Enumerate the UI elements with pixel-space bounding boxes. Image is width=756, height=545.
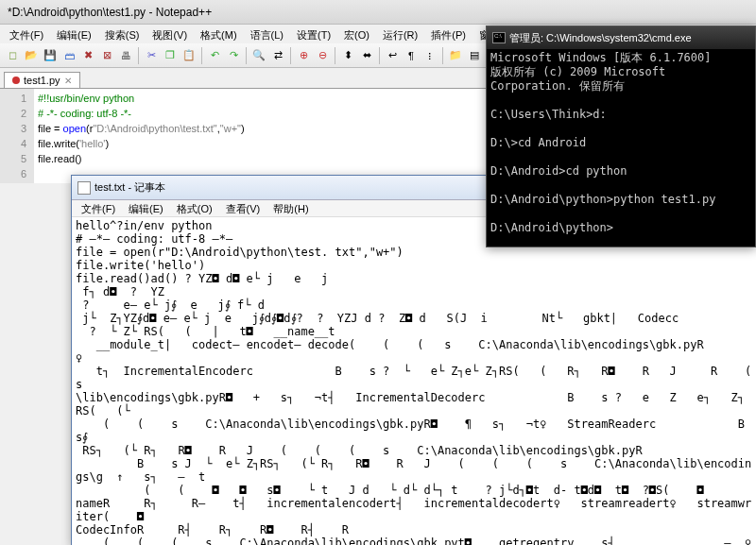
notepad-title: test.txt - 记事本 [94, 180, 165, 195]
lineno: 3 [0, 121, 26, 136]
tab-close-icon[interactable]: ✕ [64, 76, 72, 86]
np-menu-edit[interactable]: 编辑(E) [123, 201, 169, 215]
lineno: 4 [0, 136, 26, 151]
menu-macro[interactable]: 宏(O) [338, 26, 375, 42]
cmd-content[interactable]: Microsoft Windows [版本 6.1.7600] 版权所有 (c)… [487, 49, 755, 237]
code-seg: file = [38, 123, 63, 134]
code-line: # -*- coding: utf-8 -*- [38, 108, 131, 119]
menu-language[interactable]: 语言(L) [245, 26, 289, 42]
code-seg: ) [105, 138, 109, 149]
tab-label: test1.py [24, 75, 60, 86]
np-menu-help[interactable]: 帮助(H) [267, 201, 314, 215]
code-line: file.read() [38, 153, 81, 164]
cmd-title: 管理员: C:\Windows\system32\cmd.exe [509, 31, 692, 45]
indent-guide-icon[interactable]: ⫶ [421, 47, 438, 64]
menu-format[interactable]: 格式(M) [195, 26, 243, 42]
np-menu-view[interactable]: 查看(V) [220, 201, 266, 215]
line-gutter: 1 2 3 4 5 6 [0, 89, 34, 183]
undo-icon[interactable]: ↶ [206, 47, 223, 64]
np-menu-file[interactable]: 文件(F) [76, 201, 121, 215]
save-all-icon[interactable]: 🗃 [60, 47, 77, 64]
folder-icon[interactable]: 📁 [447, 47, 464, 64]
cmd-window: 管理员: C:\Windows\system32\cmd.exe Microso… [486, 26, 756, 247]
replace-icon[interactable]: ⇄ [269, 47, 286, 64]
separator [246, 47, 247, 64]
zoom-in-icon[interactable]: ⊕ [295, 47, 312, 64]
new-icon[interactable]: ◻ [4, 47, 21, 64]
lineno: 6 [0, 166, 26, 181]
code-seg: open [63, 123, 86, 134]
lineno: 1 [0, 91, 26, 106]
menu-settings[interactable]: 设置(T) [291, 26, 336, 42]
sync-v-icon[interactable]: ⬍ [339, 47, 356, 64]
separator [201, 47, 202, 64]
doc-map-icon[interactable]: ▤ [466, 47, 483, 64]
wrap-icon[interactable]: ↩ [384, 47, 401, 64]
npp-titlebar[interactable]: *D:\Android\python\test1.py - Notepad++ [0, 0, 756, 25]
paste-icon[interactable]: 📋 [180, 47, 198, 64]
npp-title: *D:\Android\python\test1.py - Notepad++ [8, 6, 212, 19]
separator [335, 47, 335, 64]
menu-run[interactable]: 运行(R) [377, 26, 423, 42]
cmd-titlebar[interactable]: 管理员: C:\Windows\system32\cmd.exe [487, 26, 755, 49]
show-chars-icon[interactable]: ¶ [403, 47, 420, 64]
separator [290, 47, 291, 64]
lineno: 2 [0, 106, 26, 121]
separator [138, 47, 139, 64]
code-seg: 'hello' [79, 138, 105, 149]
open-icon[interactable]: 📂 [23, 47, 40, 64]
close-all-icon[interactable]: ⊠ [98, 47, 115, 64]
find-icon[interactable]: 🔍 [250, 47, 267, 64]
separator [379, 47, 380, 64]
separator [442, 47, 443, 64]
lineno: 5 [0, 151, 26, 166]
code-seg: ) [241, 123, 245, 134]
tab-test1[interactable]: test1.py ✕ [4, 72, 80, 88]
code-seg: "w+" [220, 123, 241, 134]
notepad-icon [77, 181, 91, 195]
menu-edit[interactable]: 编辑(E) [51, 26, 97, 42]
menu-search[interactable]: 搜索(S) [99, 26, 146, 42]
code-seg: "D:\Android\python\test.txt" [93, 123, 216, 134]
close-icon[interactable]: ✖ [79, 47, 96, 64]
code-seg: file.write( [38, 138, 79, 149]
menu-file[interactable]: 文件(F) [4, 26, 49, 42]
save-icon[interactable]: 💾 [42, 47, 59, 64]
notepad-content[interactable]: hello^?in/env python # —*— coding: utf-8… [72, 217, 756, 545]
cmd-icon [492, 32, 506, 43]
zoom-out-icon[interactable]: ⊖ [314, 47, 331, 64]
cut-icon[interactable]: ✂ [143, 47, 160, 64]
modified-dot-icon [12, 77, 20, 84]
print-icon[interactable]: 🖶 [117, 47, 134, 64]
sync-h-icon[interactable]: ⬌ [358, 47, 375, 64]
np-menu-format[interactable]: 格式(O) [171, 201, 218, 215]
menu-plugins[interactable]: 插件(P) [425, 26, 472, 42]
code-line: #!!usr/bin/env python [38, 93, 134, 104]
redo-icon[interactable]: ↷ [225, 47, 242, 64]
copy-icon[interactable]: ❐ [162, 47, 179, 64]
menu-view[interactable]: 视图(V) [146, 26, 193, 42]
